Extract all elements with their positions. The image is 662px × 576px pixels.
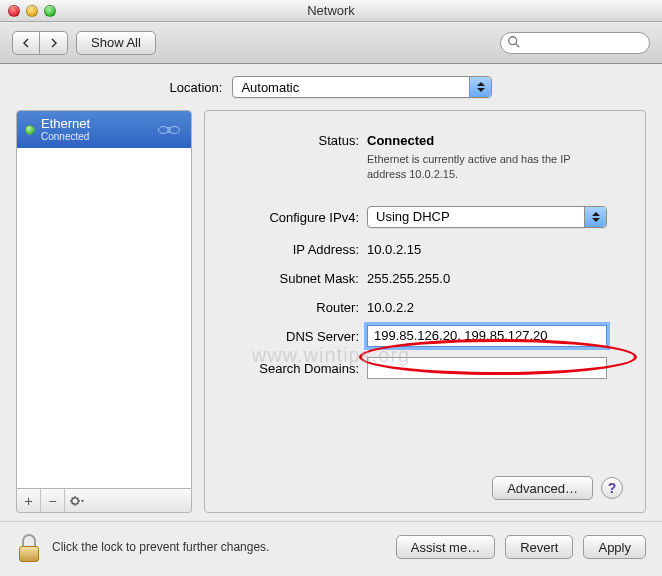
router-value: 10.0.2.2 (367, 296, 623, 315)
status-row: Status: Connected Ethernet is currently … (217, 129, 623, 182)
titlebar: Network (0, 0, 662, 22)
svg-line-1 (516, 43, 520, 47)
interface-name: Ethernet (41, 117, 149, 131)
sidebar-footer: + − (16, 489, 192, 513)
search-icon (507, 35, 521, 49)
interfaces-sidebar: Ethernet Connected + − (16, 110, 192, 513)
advanced-button[interactable]: Advanced… (492, 476, 593, 500)
back-button[interactable] (12, 31, 40, 55)
forward-button[interactable] (40, 31, 68, 55)
chevron-left-icon (21, 38, 31, 48)
chevron-right-icon (49, 38, 59, 48)
configure-row: Configure IPv4: Using DHCP (217, 206, 623, 228)
dns-label: DNS Server: (217, 325, 367, 344)
window-title: Network (0, 3, 662, 18)
svg-line-10 (77, 503, 78, 504)
status-sublabel: Ethernet is currently active and has the… (367, 152, 607, 182)
location-label: Location: (170, 80, 223, 95)
svg-line-11 (72, 503, 73, 504)
lock-button[interactable] (16, 532, 42, 562)
router-label: Router: (217, 296, 367, 315)
ip-value: 10.0.2.15 (367, 238, 623, 257)
search-domains-label: Search Domains: (217, 357, 367, 376)
popup-arrows-icon (584, 207, 606, 227)
subnet-value: 255.255.255.0 (367, 267, 623, 286)
location-row: Location: Automatic (16, 76, 646, 98)
toolbar: Show All (0, 22, 662, 64)
content-area: Location: Automatic Ethernet Connected (0, 64, 662, 521)
svg-line-12 (77, 497, 78, 498)
status-dot-icon (25, 125, 35, 135)
lock-body-icon (19, 546, 39, 562)
ip-row: IP Address: 10.0.2.15 (217, 238, 623, 257)
subnet-label: Subnet Mask: (217, 267, 367, 286)
help-button[interactable]: ? (601, 477, 623, 499)
status-value: Connected (367, 133, 623, 148)
add-interface-button[interactable]: + (17, 489, 41, 512)
network-preferences-window: Network Show All Location: Automatic (0, 0, 662, 576)
assist-me-button[interactable]: Assist me… (396, 535, 495, 559)
svg-point-0 (509, 36, 517, 44)
interface-text: Ethernet Connected (41, 117, 149, 142)
interfaces-list[interactable]: Ethernet Connected (16, 110, 192, 489)
location-value: Automatic (241, 80, 299, 95)
interface-item-ethernet[interactable]: Ethernet Connected (17, 111, 191, 148)
details-footer: Advanced… ? (217, 476, 623, 500)
configure-ipv4-popup[interactable]: Using DHCP (367, 206, 607, 228)
ethernet-icon (155, 121, 183, 139)
search-domains-input[interactable] (367, 357, 607, 379)
configure-label: Configure IPv4: (217, 206, 367, 225)
dns-row: DNS Server: (217, 325, 623, 347)
search-field-wrap (500, 32, 650, 54)
search-input[interactable] (500, 32, 650, 54)
svg-point-2 (159, 126, 169, 133)
bottom-bar: Click the lock to prevent further change… (0, 521, 662, 576)
show-all-button[interactable]: Show All (76, 31, 156, 55)
gear-icon (69, 494, 85, 508)
remove-interface-button[interactable]: − (41, 489, 65, 512)
details-pane: Status: Connected Ethernet is currently … (204, 110, 646, 513)
main-row: Ethernet Connected + − (16, 110, 646, 513)
action-menu-button[interactable] (65, 489, 89, 512)
svg-point-4 (72, 497, 78, 503)
router-row: Router: 10.0.2.2 (217, 296, 623, 315)
location-popup[interactable]: Automatic (232, 76, 492, 98)
nav-segmented (12, 31, 68, 55)
configure-value: Using DHCP (376, 209, 450, 224)
status-value-block: Connected Ethernet is currently active a… (367, 129, 623, 182)
svg-line-9 (72, 497, 73, 498)
interface-status: Connected (41, 131, 149, 142)
lock-text: Click the lock to prevent further change… (52, 540, 269, 554)
revert-button[interactable]: Revert (505, 535, 573, 559)
popup-arrows-icon (469, 77, 491, 97)
dns-server-input[interactable] (367, 325, 607, 347)
svg-point-3 (170, 126, 180, 133)
apply-button[interactable]: Apply (583, 535, 646, 559)
subnet-row: Subnet Mask: 255.255.255.0 (217, 267, 623, 286)
status-label: Status: (217, 129, 367, 148)
ip-label: IP Address: (217, 238, 367, 257)
search-domains-row: Search Domains: (217, 357, 623, 379)
